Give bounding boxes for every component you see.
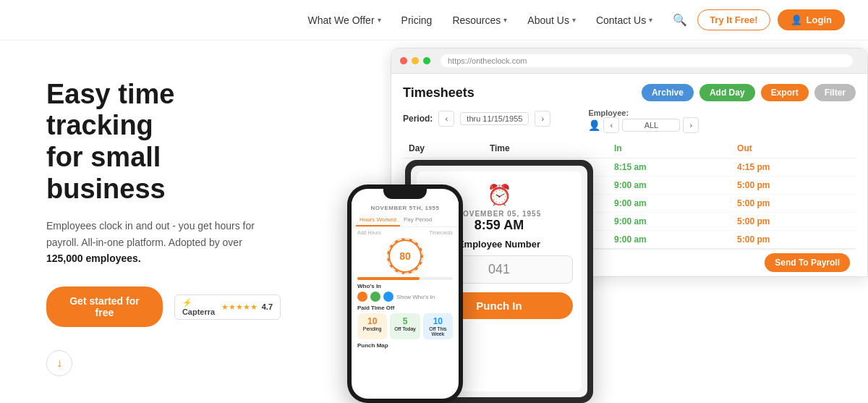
pto-title: Paid Time Off (357, 305, 453, 311)
hero-left: Easy time tracking for small business Em… (0, 41, 304, 403)
emp-nav-next[interactable]: › (683, 117, 699, 133)
phone-outer: NOVEMBER 5TH, 1955 Hours Worked Pay Peri… (347, 184, 463, 403)
period-nav-next[interactable]: › (535, 111, 550, 127)
employee-value: ALL (622, 119, 680, 132)
browser-bar: https://ontheclock.com (391, 48, 867, 74)
scroll-hint[interactable]: ↓ (46, 350, 72, 376)
nav-about-us[interactable]: About Us ▾ (527, 14, 576, 26)
person-icon: 👤 (588, 119, 600, 131)
cell-in: 9:00 am (608, 177, 731, 195)
hero-subtitle: Employees clock in and out - you get hou… (46, 218, 281, 266)
ts-header: Timesheets Archive Add Day Export Filter (403, 84, 856, 101)
add-hours-label: Add Hours (357, 230, 381, 235)
phone-circle-wrap: 80 (357, 238, 453, 274)
get-started-button[interactable]: Get started for free (46, 287, 163, 327)
whos-in-row: Show Who's In (357, 292, 453, 302)
show-whos-in-link[interactable]: Show Who's In (396, 294, 435, 300)
period-nav-prev[interactable]: ‹ (438, 111, 454, 127)
nav-pricing[interactable]: Pricing (401, 14, 433, 26)
cell-in: 9:00 am (608, 195, 731, 213)
phone-screen: NOVEMBER 5TH, 1955 Hours Worked Pay Peri… (352, 189, 459, 399)
capterra-badge: ⚡ Capterra ★★★★★ 4.7 (174, 294, 281, 320)
pto-pending: 10 Pending (357, 313, 387, 339)
employee-row: 👤 ‹ ALL › (588, 117, 699, 133)
tab-hours-worked[interactable]: Hours Worked (356, 214, 400, 226)
cell-out: 5:00 pm (731, 231, 856, 250)
phone-mockup: NOVEMBER 5TH, 1955 Hours Worked Pay Peri… (347, 184, 463, 403)
try-free-button[interactable]: Try It Free! (697, 9, 770, 30)
tab-pay-period[interactable]: Pay Period (400, 214, 435, 226)
cell-in: 8:15 am (608, 158, 731, 177)
ts-employee: Employee: 👤 ‹ ALL › (588, 109, 699, 133)
nav-what-we-offer[interactable]: What We Offer ▾ (308, 14, 381, 26)
ts-title: Timesheets (403, 85, 475, 101)
avatar-1 (357, 292, 367, 302)
browser-url: https://ontheclock.com (441, 54, 853, 67)
browser-minimize-dot (412, 57, 419, 64)
arrow-down-icon: ↓ (56, 357, 62, 370)
period-label: Period: (403, 114, 433, 124)
hero-section: Easy time tracking for small business Em… (0, 41, 868, 403)
archive-button[interactable]: Archive (642, 84, 694, 101)
nav-resources[interactable]: Resources ▾ (452, 14, 507, 26)
hours-circle: 80 (387, 238, 423, 274)
navbar: What We Offer ▾ Pricing Resources ▾ Abou… (0, 0, 868, 41)
avatar-3 (383, 292, 393, 302)
filter-button[interactable]: Filter (814, 84, 856, 101)
emp-nav-prev[interactable]: ‹ (603, 117, 619, 133)
col-out: Out (731, 139, 856, 158)
cell-out: 5:00 pm (731, 195, 856, 213)
pto-off-week: 10 Off This Week (423, 313, 453, 339)
period-value: thru 11/15/1955 (460, 112, 529, 125)
hero-cta-row: Get started for free ⚡ Capterra ★★★★★ 4.… (46, 287, 281, 327)
send-to-payroll-button[interactable]: Send To Payroll (765, 253, 850, 272)
login-button[interactable]: 👤 Login (778, 9, 845, 30)
cell-in: 9:00 am (608, 231, 731, 250)
phone-label-row: Add Hours Timecards (357, 230, 453, 235)
timecards-label: Timecards (430, 230, 453, 235)
browser-close-dot (400, 57, 407, 64)
browser-maximize-dot (423, 57, 430, 64)
cell-in: 9:00 am (608, 213, 731, 231)
phone-notch (383, 189, 427, 199)
phone-tabs: Hours Worked Pay Period (352, 214, 459, 227)
ts-actions: Archive Add Day Export Filter (642, 84, 856, 101)
hero-right: https://ontheclock.com Timesheets Archiv… (304, 41, 868, 403)
chevron-down-icon: ▾ (503, 16, 507, 24)
hero-title: Easy time tracking for small business (46, 79, 281, 205)
capterra-stars: ★★★★★ (221, 302, 258, 312)
export-button[interactable]: Export (761, 84, 809, 101)
capterra-rating: 4.7 (262, 302, 273, 311)
hours-progress (357, 277, 453, 280)
phone-date: NOVEMBER 5TH, 1955 (357, 205, 453, 211)
phone-body: Add Hours Timecards 80 Who's In (352, 227, 459, 354)
ts-period-row: Period: ‹ thru 11/15/1955 › (403, 111, 550, 127)
user-icon: 👤 (791, 14, 802, 25)
chevron-down-icon: ▾ (572, 16, 576, 24)
cell-out: 5:00 pm (731, 177, 856, 195)
capterra-logo: ⚡ Capterra (182, 298, 217, 316)
whos-in-title: Who's In (357, 283, 453, 289)
nav-links: What We Offer ▾ Pricing Resources ▾ Abou… (308, 14, 653, 26)
pto-off-today: 5 Off Today (390, 313, 420, 339)
chevron-down-icon: ▾ (649, 16, 652, 24)
cell-out: 4:15 pm (731, 158, 856, 177)
nav-actions: 🔍 Try It Free! 👤 Login (670, 9, 845, 30)
col-day: Day (403, 139, 484, 158)
hours-progress-fill (357, 277, 420, 280)
avatar-2 (370, 292, 380, 302)
punch-map-title: Punch Map (357, 342, 453, 349)
phone-header: NOVEMBER 5TH, 1955 (352, 202, 459, 214)
pto-cards: 10 Pending 5 Off Today 10 Off This Week (357, 313, 453, 339)
col-time: Time (484, 139, 608, 158)
employee-label: Employee: (588, 109, 699, 117)
add-day-button[interactable]: Add Day (699, 84, 755, 101)
cell-out: 5:00 pm (731, 213, 856, 231)
nav-contact-us[interactable]: Contact Us ▾ (596, 14, 652, 26)
search-button[interactable]: 🔍 (670, 10, 690, 30)
chevron-down-icon: ▾ (378, 16, 381, 24)
col-in: In (608, 139, 731, 158)
